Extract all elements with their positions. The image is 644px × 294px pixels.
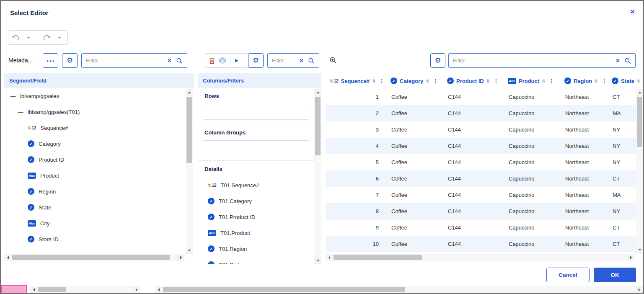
scrollbar-thumb[interactable] [637, 97, 642, 147]
scrollbar-thumb[interactable] [186, 97, 192, 163]
scrollbar-track[interactable] [162, 286, 636, 293]
scrollbar-thumb[interactable] [315, 97, 321, 155]
column-menu-icon[interactable]: ⋮ [601, 78, 607, 84]
collapse-icon[interactable]: — [10, 93, 16, 99]
sort-icon[interactable]: ⇅ [426, 79, 429, 83]
cancel-button[interactable]: Cancel [546, 268, 590, 282]
sort-icon[interactable]: ⇅ [595, 79, 598, 83]
scrollbar-track[interactable] [333, 254, 627, 261]
scrollbar-track[interactable] [11, 254, 177, 261]
table-row[interactable]: 9CoffeeC144CapuccinoNortheastCT [326, 219, 644, 236]
metadata-vertical-scrollbar[interactable] [186, 89, 193, 254]
scroll-down-arrow[interactable] [314, 257, 321, 264]
preview-settings-button[interactable]: ⚙ [430, 53, 445, 68]
sort-icon[interactable]: ⇅ [637, 79, 640, 83]
tree-item[interactable]: ✓Product ID [4, 152, 184, 168]
scroll-left-arrow[interactable] [155, 286, 162, 293]
search-icon[interactable] [176, 57, 183, 64]
metadata-settings-button[interactable]: ⚙ [62, 53, 78, 68]
more-options-button[interactable]: ⋯ [43, 53, 58, 68]
preview-filter-input[interactable] [453, 57, 611, 64]
redo-caret-down-icon[interactable] [57, 35, 62, 40]
tree-item[interactable]: ✓Region [4, 183, 184, 199]
preview-vertical-scrollbar[interactable] [636, 89, 643, 253]
ok-button[interactable]: OK [594, 268, 636, 282]
table-row[interactable]: 2CoffeeC144CapuccinoNortheastMA [326, 105, 644, 121]
tree-item[interactable]: AbcProduct [4, 168, 184, 183]
scroll-left-arrow[interactable] [326, 254, 333, 261]
scroll-up-arrow[interactable] [186, 89, 193, 96]
metadata-source-label[interactable]: Metada... [8, 57, 33, 64]
scrollbar-track[interactable] [37, 286, 133, 293]
tree-item[interactable]: —ibisamp/ggsales [4, 88, 184, 104]
column-menu-icon[interactable]: ⋮ [549, 78, 554, 84]
column-header[interactable]: ✓Category⇅⋮ [386, 73, 443, 89]
metadata-filter-input[interactable] [86, 57, 163, 64]
column-header[interactable]: AbcProduct⇅⋮ [504, 73, 560, 89]
column-header[interactable]: ⇅12Sequence#⇅⋮ [326, 73, 386, 89]
metadata-horizontal-scrollbar[interactable] [4, 254, 184, 261]
column-header[interactable]: ✓Region⇅⋮ [560, 73, 608, 89]
scroll-right-arrow[interactable] [133, 286, 140, 293]
details-item[interactable]: ✓T01.State [198, 257, 314, 264]
details-item[interactable]: ✓T01.Product ID [198, 209, 314, 225]
column-groups-dropzone[interactable] [203, 140, 309, 156]
tree-item[interactable]: ⇅12Sequence# [4, 120, 184, 136]
column-menu-icon[interactable]: ⋮ [493, 78, 499, 84]
details-item[interactable]: ✓T01.Category [198, 193, 314, 209]
printer-icon[interactable] [219, 57, 226, 64]
scrollbar-track[interactable] [636, 96, 643, 246]
trash-icon[interactable] [209, 57, 215, 64]
table-row[interactable]: 4CoffeeC144CapuccinoNortheastNY [326, 138, 644, 154]
bottom-right-horizontal-scrollbar[interactable] [155, 286, 643, 293]
clear-filter-icon[interactable]: × [168, 57, 171, 64]
collapse-icon[interactable]: — [18, 109, 23, 115]
table-row[interactable]: 3CoffeeC144CapuccinoNortheastNY [326, 121, 644, 138]
column-header[interactable]: ✓State⇅⋮ [608, 73, 644, 89]
sort-icon[interactable]: ⇅ [486, 79, 490, 83]
play-icon[interactable] [235, 58, 239, 63]
scrollbar-track[interactable] [314, 96, 321, 257]
clear-filter-icon[interactable]: × [616, 57, 620, 64]
table-row[interactable]: 8CoffeeC144CapuccinoNortheastNY [326, 203, 644, 219]
scroll-right-arrow[interactable] [177, 254, 184, 261]
preview-horizontal-scrollbar[interactable] [326, 254, 634, 261]
scroll-left-arrow[interactable] [4, 254, 11, 261]
undo-caret-down-icon[interactable] [26, 35, 31, 40]
details-item[interactable]: ✓T01.Region [198, 241, 314, 257]
scroll-right-arrow[interactable] [627, 254, 634, 261]
scroll-right-arrow[interactable] [636, 286, 643, 293]
scrollbar-thumb[interactable] [38, 287, 66, 292]
table-row[interactable]: 6CoffeeC144CapuccinoNortheastCT [326, 170, 644, 187]
tree-item[interactable]: ✓Store ID [4, 231, 184, 247]
tree-item[interactable]: —ibisamp/ggsales(T01) [4, 104, 184, 120]
details-item[interactable]: AbcT01.Product [198, 225, 314, 241]
bottom-left-horizontal-scrollbar[interactable] [30, 286, 140, 293]
columns-settings-button[interactable]: ⚙ [248, 53, 264, 68]
sort-icon[interactable]: ⇅ [372, 79, 375, 83]
table-row[interactable]: 5CoffeeC144CapuccinoNortheastNY [326, 154, 644, 170]
scroll-down-arrow[interactable] [636, 246, 643, 253]
tree-item[interactable]: ✓State [4, 199, 184, 215]
scrollbar-thumb[interactable] [12, 255, 170, 260]
scrollbar-thumb[interactable] [334, 255, 422, 260]
sort-icon[interactable]: ⇅ [542, 79, 545, 83]
table-row[interactable]: 10CoffeeC144CapuccinoNortheastCT [326, 236, 644, 252]
search-icon[interactable] [624, 57, 631, 64]
clear-filter-icon[interactable]: × [300, 57, 303, 64]
tree-item[interactable]: AbcCity [4, 215, 184, 231]
column-menu-icon[interactable]: ⋮ [433, 78, 438, 84]
columns-filter-input[interactable] [272, 57, 295, 64]
scroll-up-arrow[interactable] [636, 89, 643, 96]
columns-vertical-scrollbar[interactable] [314, 89, 321, 264]
scroll-down-arrow[interactable] [186, 247, 193, 254]
search-icon[interactable] [308, 57, 315, 64]
column-header[interactable]: ✓Product ID⇅⋮ [443, 73, 504, 89]
scrollbar-thumb[interactable] [163, 287, 405, 292]
redo-icon[interactable] [43, 34, 51, 41]
close-icon[interactable]: × [630, 8, 635, 15]
scroll-up-arrow[interactable] [314, 89, 321, 96]
scrollbar-track[interactable] [186, 96, 193, 247]
column-menu-icon[interactable]: ⋮ [379, 78, 385, 84]
table-row[interactable]: 7CoffeeC144CapuccinoNortheastMA [326, 187, 644, 203]
